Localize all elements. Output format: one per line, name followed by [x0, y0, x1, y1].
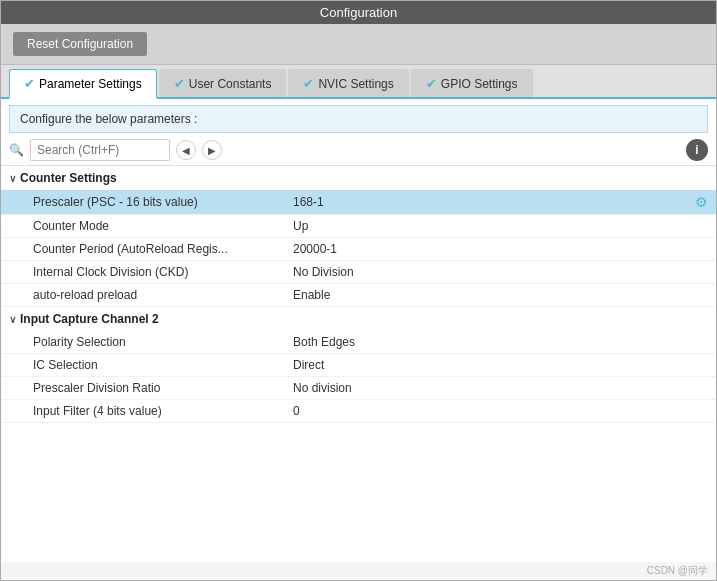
- search-bar: 🔍 ◀ ▶ i: [1, 135, 716, 166]
- chevron-down-icon: ∨: [9, 173, 16, 184]
- tab-gpio-settings[interactable]: ✔GPIO Settings: [411, 69, 533, 97]
- tab-check-icon-nvic-settings: ✔: [303, 76, 314, 91]
- search-input[interactable]: [30, 139, 170, 161]
- table-row[interactable]: IC SelectionDirect: [1, 354, 716, 377]
- watermark-text: CSDN @同学: [647, 565, 708, 576]
- table-row[interactable]: Prescaler Division RatioNo division: [1, 377, 716, 400]
- tab-label-gpio-settings: GPIO Settings: [441, 77, 518, 91]
- main-window: Configuration Reset Configuration ✔Param…: [0, 0, 717, 581]
- tab-nvic-settings[interactable]: ✔NVIC Settings: [288, 69, 408, 97]
- param-value: Direct: [293, 358, 708, 372]
- param-value: No Division: [293, 265, 708, 279]
- tab-label-parameter-settings: Parameter Settings: [39, 77, 142, 91]
- table-row[interactable]: auto-reload preloadEnable: [1, 284, 716, 307]
- chevron-down-icon: ∨: [9, 314, 16, 325]
- param-name: Internal Clock Division (CKD): [33, 265, 293, 279]
- param-name: IC Selection: [33, 358, 293, 372]
- prev-search-button[interactable]: ◀: [176, 140, 196, 160]
- tab-parameter-settings[interactable]: ✔Parameter Settings: [9, 69, 157, 99]
- tab-label-user-constants: User Constants: [189, 77, 272, 91]
- window-title: Configuration: [320, 5, 397, 20]
- section-header-input-capture-channel-2[interactable]: ∨Input Capture Channel 2: [1, 307, 716, 331]
- param-value: No division: [293, 381, 708, 395]
- section-label-input-capture-channel-2: Input Capture Channel 2: [20, 312, 159, 326]
- tab-check-icon-parameter-settings: ✔: [24, 76, 35, 91]
- content-area: Configure the below parameters : 🔍 ◀ ▶ i…: [1, 99, 716, 562]
- param-name: Counter Mode: [33, 219, 293, 233]
- reset-configuration-button[interactable]: Reset Configuration: [13, 32, 147, 56]
- param-value: 20000-1: [293, 242, 708, 256]
- section-header-counter-settings[interactable]: ∨Counter Settings: [1, 166, 716, 190]
- param-name: Input Filter (4 bits value): [33, 404, 293, 418]
- table-row[interactable]: Prescaler (PSC - 16 bits value)168-1⚙: [1, 190, 716, 215]
- param-name: auto-reload preload: [33, 288, 293, 302]
- config-banner-text: Configure the below parameters :: [20, 112, 197, 126]
- table-row[interactable]: Counter ModeUp: [1, 215, 716, 238]
- param-value: Enable: [293, 288, 708, 302]
- table-row[interactable]: Counter Period (AutoReload Regis...20000…: [1, 238, 716, 261]
- param-name: Prescaler Division Ratio: [33, 381, 293, 395]
- param-value: Up: [293, 219, 708, 233]
- config-banner: Configure the below parameters :: [9, 105, 708, 133]
- tab-label-nvic-settings: NVIC Settings: [318, 77, 393, 91]
- tab-user-constants[interactable]: ✔User Constants: [159, 69, 287, 97]
- next-search-button[interactable]: ▶: [202, 140, 222, 160]
- tab-bar: ✔Parameter Settings✔User Constants✔NVIC …: [1, 65, 716, 99]
- table-row[interactable]: Input Filter (4 bits value)0: [1, 400, 716, 423]
- tab-check-icon-user-constants: ✔: [174, 76, 185, 91]
- section-label-counter-settings: Counter Settings: [20, 171, 117, 185]
- param-name: Polarity Selection: [33, 335, 293, 349]
- param-value: Both Edges: [293, 335, 708, 349]
- tab-check-icon-gpio-settings: ✔: [426, 76, 437, 91]
- param-value: 168-1: [293, 195, 695, 209]
- info-button[interactable]: i: [686, 139, 708, 161]
- param-name: Counter Period (AutoReload Regis...: [33, 242, 293, 256]
- params-table: ∨Counter SettingsPrescaler (PSC - 16 bit…: [1, 166, 716, 562]
- search-icon: 🔍: [9, 143, 24, 157]
- table-row[interactable]: Internal Clock Division (CKD)No Division: [1, 261, 716, 284]
- param-name: Prescaler (PSC - 16 bits value): [33, 195, 293, 209]
- param-value: 0: [293, 404, 708, 418]
- table-row[interactable]: Polarity SelectionBoth Edges: [1, 331, 716, 354]
- gear-icon[interactable]: ⚙: [695, 194, 708, 210]
- toolbar: Reset Configuration: [1, 24, 716, 65]
- title-bar: Configuration: [1, 1, 716, 24]
- footer-watermark: CSDN @同学: [1, 562, 716, 580]
